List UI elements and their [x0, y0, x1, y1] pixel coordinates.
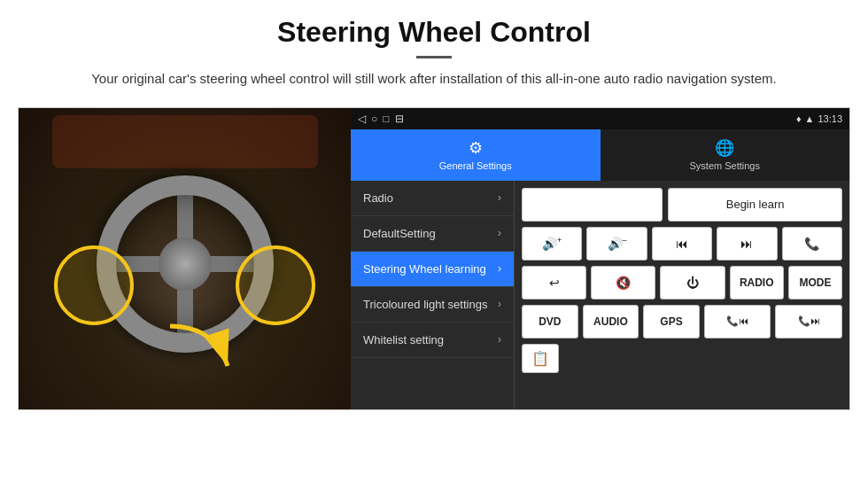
- chevron-icon: ›: [498, 333, 501, 346]
- phone-button[interactable]: 📞: [782, 227, 842, 261]
- whitelist-icon-button[interactable]: 📋: [522, 344, 559, 373]
- call-next-icon: 📞⏭: [798, 315, 820, 327]
- menu-item-tricoloured[interactable]: Tricoloured light settings ›: [351, 287, 514, 323]
- mute-button[interactable]: 🔇: [591, 266, 655, 300]
- sw-center: [159, 237, 212, 291]
- call-next-button[interactable]: 📞⏭: [775, 305, 842, 338]
- menu-item-defaultsetting[interactable]: DefaultSetting ›: [351, 216, 514, 252]
- gps-button[interactable]: GPS: [643, 305, 700, 338]
- dashboard-gauges: [52, 115, 318, 168]
- menu-item-steering-wheel[interactable]: Steering Wheel learning ›: [351, 252, 514, 287]
- control-row-3: ↩ 🔇 ⏻ RADIO MODE: [522, 266, 842, 300]
- mode-button[interactable]: MODE: [788, 266, 842, 300]
- page-title: Steering Wheel Control: [35, 16, 833, 49]
- tab-general-settings[interactable]: ⚙ General Settings: [351, 129, 601, 181]
- vol-up-icon: 🔊+: [542, 236, 562, 251]
- home-icon: ○: [371, 113, 377, 125]
- menu-default-label: DefaultSetting: [363, 227, 436, 240]
- radio-label: RADIO: [740, 276, 774, 289]
- audio-button[interactable]: AUDIO: [583, 305, 639, 338]
- chevron-icon: ›: [498, 262, 501, 275]
- whitelist-icon: 📋: [531, 350, 549, 367]
- chevron-icon: ›: [498, 227, 501, 239]
- screenshot-icon: ⊟: [395, 113, 404, 125]
- dvd-button[interactable]: DVD: [522, 305, 578, 338]
- radio-button[interactable]: RADIO: [730, 266, 784, 300]
- menu-tricoloured-label: Tricoloured light settings: [363, 298, 487, 311]
- menu-item-whitelist[interactable]: Whitelist setting ›: [351, 323, 514, 358]
- status-time: 13:13: [818, 113, 842, 124]
- status-bar: ◁ ○ □ ⊟ ♦ ▲ 13:13: [351, 108, 849, 129]
- prev-track-button[interactable]: ⏮: [652, 227, 712, 261]
- control-row-4: DVD AUDIO GPS 📞⏮ 📞⏭: [522, 305, 842, 338]
- system-settings-icon: 🌐: [715, 138, 734, 158]
- vol-down-button[interactable]: 🔊–: [586, 227, 647, 261]
- page-header: Steering Wheel Control Your original car…: [0, 0, 868, 98]
- chevron-icon: ›: [498, 298, 501, 310]
- main-content: ◁ ○ □ ⊟ ♦ ▲ 13:13 ⚙ General Settings 🌐 S…: [18, 107, 850, 410]
- mute-icon: 🔇: [616, 276, 631, 290]
- menu-radio-label: Radio: [363, 191, 393, 205]
- menu-steering-label: Steering Wheel learning: [363, 262, 486, 276]
- control-panel: Begin learn 🔊+ 🔊– ⏮ ⏭: [515, 181, 849, 409]
- ui-body: Radio › DefaultSetting › Steering Wheel …: [351, 181, 849, 409]
- status-nav-icons: ◁ ○ □ ⊟: [358, 113, 404, 125]
- chevron-icon: ›: [498, 191, 501, 204]
- call-back-button[interactable]: ↩: [522, 266, 586, 300]
- mode-label: MODE: [799, 276, 831, 289]
- car-image-section: [19, 108, 351, 409]
- location-icon: ♦: [796, 113, 802, 124]
- empty-field: [522, 188, 663, 222]
- wifi-icon: ▲: [805, 113, 815, 124]
- call-prev-icon: 📞⏮: [726, 315, 748, 327]
- gps-label: GPS: [660, 315, 682, 328]
- audio-label: AUDIO: [593, 315, 628, 328]
- tab-system-settings[interactable]: 🌐 System Settings: [601, 129, 850, 181]
- tab-general-label: General Settings: [439, 160, 512, 171]
- call-prev-button[interactable]: 📞⏮: [704, 305, 771, 338]
- menu-whitelist-label: Whitelist setting: [363, 333, 444, 346]
- control-row-1: Begin learn: [522, 188, 842, 222]
- dvd-label: DVD: [539, 315, 561, 328]
- general-settings-icon: ⚙: [469, 138, 483, 158]
- android-ui: ◁ ○ □ ⊟ ♦ ▲ 13:13 ⚙ General Settings 🌐 S…: [351, 108, 849, 409]
- tab-system-label: System Settings: [690, 160, 760, 171]
- call-back-icon: ↩: [549, 276, 560, 290]
- prev-track-icon: ⏮: [676, 237, 688, 251]
- control-row-2: 🔊+ 🔊– ⏮ ⏭ 📞: [522, 227, 842, 261]
- highlight-circle-right: [236, 245, 315, 325]
- tab-bar: ⚙ General Settings 🌐 System Settings: [351, 129, 849, 181]
- vol-up-button[interactable]: 🔊+: [522, 227, 582, 261]
- power-button[interactable]: ⏻: [660, 266, 725, 300]
- whitelist-row: 📋: [522, 344, 842, 373]
- status-time-icons: ♦ ▲ 13:13: [796, 113, 842, 124]
- title-divider: [416, 56, 452, 58]
- arrow-annotation: [161, 317, 241, 383]
- recents-icon: □: [383, 113, 389, 125]
- menu-list: Radio › DefaultSetting › Steering Wheel …: [351, 181, 515, 409]
- back-icon: ◁: [358, 113, 366, 125]
- page-subtitle: Your original car's steering wheel contr…: [89, 69, 779, 89]
- highlight-circle-left: [54, 245, 134, 325]
- power-icon: ⏻: [686, 276, 699, 290]
- begin-learn-button[interactable]: Begin learn: [668, 188, 842, 222]
- vol-down-icon: 🔊–: [608, 236, 627, 251]
- menu-item-radio[interactable]: Radio ›: [351, 181, 514, 216]
- next-track-button[interactable]: ⏭: [717, 227, 777, 261]
- next-track-icon: ⏭: [740, 237, 753, 251]
- phone-icon: 📞: [804, 237, 819, 251]
